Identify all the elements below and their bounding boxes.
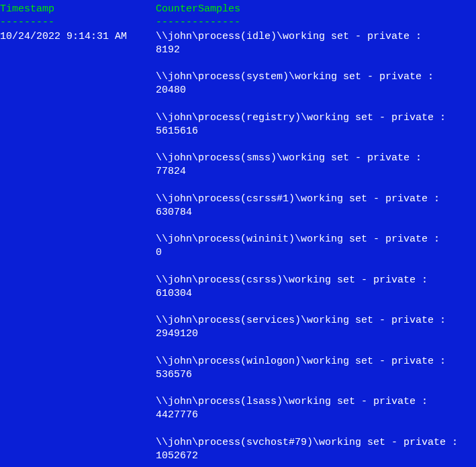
counter-value: 0 xyxy=(156,246,472,260)
counter-sample-item: \\john\process(smss)\working set - priva… xyxy=(156,152,472,179)
counter-value: 536576 xyxy=(156,368,472,382)
header-counter-samples: CounterSamples xyxy=(156,3,476,16)
counter-sample-item: \\john\process(wininit)\working set - pr… xyxy=(156,233,472,260)
counter-sample-item: \\john\process(csrss)\working set - priv… xyxy=(156,274,472,301)
counter-path: \\john\process(lsass)\working set - priv… xyxy=(156,395,472,409)
counter-value: 2949120 xyxy=(156,327,472,341)
header-counter-samples-dash: -------------- xyxy=(156,16,476,30)
counter-path: \\john\process(winlogon)\working set - p… xyxy=(156,355,472,368)
counter-samples-list: \\john\process(idle)\working set - priva… xyxy=(156,30,476,464)
counter-sample-item: \\john\process(services)\working set - p… xyxy=(156,314,472,342)
counter-value: 8192 xyxy=(156,44,472,57)
counter-value: 610304 xyxy=(156,287,472,301)
counter-sample-item: \\john\process(lsass)\working set - priv… xyxy=(156,395,472,423)
header-dash-row: --------- -------------- xyxy=(0,16,476,30)
header-row: Timestamp CounterSamples xyxy=(0,3,476,16)
counter-path: \\john\process(smss)\working set - priva… xyxy=(156,152,472,165)
counter-path: \\john\process(wininit)\working set - pr… xyxy=(156,233,472,246)
counter-sample-item: \\john\process(winlogon)\working set - p… xyxy=(156,355,472,382)
counter-sample-item: \\john\process(registry)\working set - p… xyxy=(156,111,472,139)
counter-sample-item: \\john\process(idle)\working set - priva… xyxy=(156,30,472,58)
header-timestamp: Timestamp xyxy=(0,3,156,16)
counter-path: \\john\process(csrss#1)\working set - pr… xyxy=(156,193,472,206)
counter-value: 1052672 xyxy=(156,450,472,463)
counter-sample-item: \\john\process(system)\working set - pri… xyxy=(156,70,472,98)
counter-value: 77824 xyxy=(156,165,472,178)
counter-path: \\john\process(system)\working set - pri… xyxy=(156,70,472,84)
counter-path: \\john\process(registry)\working set - p… xyxy=(156,111,472,125)
data-row: 10/24/2022 9:14:31 AM \\john\process(idl… xyxy=(0,30,476,464)
counter-value: 20480 xyxy=(156,84,472,97)
timestamp-value: 10/24/2022 9:14:31 AM xyxy=(0,30,156,44)
counter-path: \\john\process(svchost#79)\working set -… xyxy=(156,436,472,450)
counter-path: \\john\process(csrss)\working set - priv… xyxy=(156,274,472,287)
counter-sample-item: \\john\process(csrss#1)\working set - pr… xyxy=(156,193,472,220)
counter-value: 4427776 xyxy=(156,409,472,422)
counter-sample-item: \\john\process(svchost#79)\working set -… xyxy=(156,436,472,464)
counter-path: \\john\process(services)\working set - p… xyxy=(156,314,472,327)
counter-value: 5615616 xyxy=(156,125,472,138)
counter-value: 630784 xyxy=(156,206,472,219)
header-timestamp-dash: --------- xyxy=(0,16,156,30)
counter-path: \\john\process(idle)\working set - priva… xyxy=(156,30,472,44)
